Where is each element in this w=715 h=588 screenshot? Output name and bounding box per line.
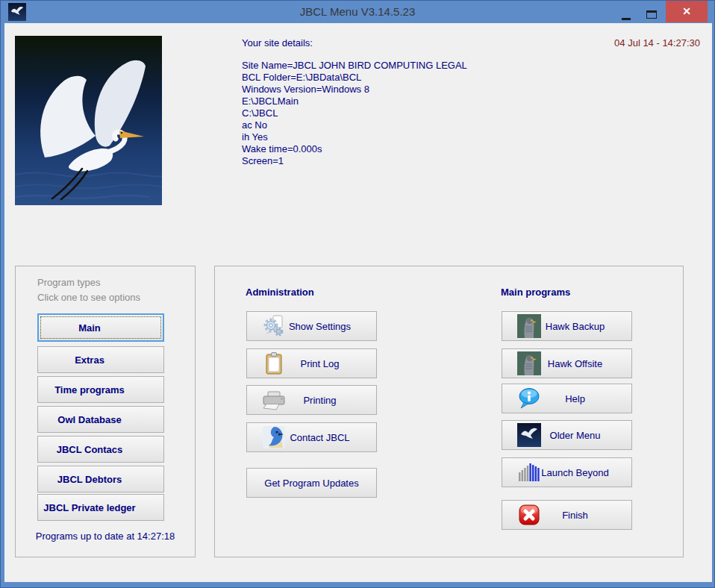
programs-up-to-date-status: Programs up to date at 14:27:18 <box>16 531 195 542</box>
button-label: Get Program Updates <box>264 478 358 489</box>
bird-mail-icon <box>262 425 286 449</box>
program-types-panel: Program types Click one to see options M… <box>15 266 196 557</box>
older-menu-button[interactable]: Older Menu <box>502 420 632 450</box>
minimize-button[interactable] <box>616 1 637 22</box>
site-details-line: ac No <box>242 119 467 131</box>
button-label: JBCL Private ledger <box>38 502 163 513</box>
button-label: Owl Database <box>38 414 163 425</box>
red-x-icon <box>517 503 541 527</box>
site-details-line: Screen=1 <box>242 155 467 167</box>
maximize-icon <box>646 10 657 19</box>
hawk-backup-button[interactable]: Hawk Backup <box>502 311 632 341</box>
help-balloon-icon <box>517 387 541 410</box>
program-type-button-jbcl-private-ledger[interactable]: JBCL Private ledger <box>37 494 164 521</box>
site-details-line: E:\JBCLMain <box>242 96 467 107</box>
button-label: Show Settings <box>286 321 376 332</box>
print-log-button[interactable]: Print Log <box>246 348 377 378</box>
main-programs-header: Main programs <box>501 287 570 298</box>
program-type-button-jbcl-contacs[interactable]: JBCL Contacs <box>37 436 164 463</box>
site-details-line: Wake time=0.000s <box>242 143 467 155</box>
client-area: Your site details: Site Name=JBCL JOHN B… <box>4 23 712 582</box>
program-type-button-extras[interactable]: Extras <box>37 346 164 373</box>
program-type-button-time-programs[interactable]: Time programs <box>37 376 164 403</box>
show-settings-button[interactable]: Show Settings <box>246 311 377 341</box>
button-label: Hawk Backup <box>541 321 631 332</box>
site-details-line: ih Yes <box>242 131 467 143</box>
launch-beyond-button[interactable]: Launch Beyond <box>502 457 632 487</box>
button-label: Help <box>541 393 631 404</box>
finish-button[interactable]: Finish <box>502 500 632 530</box>
site-details: Your site details: Site Name=JBCL JOHN B… <box>242 37 467 167</box>
close-icon: ✕ <box>682 5 691 17</box>
printer-icon <box>262 388 286 412</box>
contact-jbcl-button[interactable]: Contact JBCL <box>246 422 377 452</box>
button-label: Printing <box>286 395 376 406</box>
button-label: Hawk Offsite <box>541 358 631 369</box>
minimize-icon <box>622 18 631 20</box>
maximize-button[interactable] <box>641 1 662 22</box>
program-types-title: Program types <box>37 277 101 288</box>
program-type-button-main[interactable]: Main <box>37 313 164 342</box>
button-label: Main <box>39 322 163 334</box>
get-program-updates-button[interactable]: Get Program Updates <box>246 468 377 498</box>
window-title: JBCL Menu V3.14.5.23 <box>1 1 714 23</box>
button-label: JBCL Debtors <box>38 474 163 485</box>
night-bird-icon <box>517 423 541 447</box>
site-details-line: Windows Version=Windows 8 <box>242 84 467 96</box>
hawk-photo-icon <box>517 351 541 375</box>
help-button[interactable]: Help <box>502 384 632 413</box>
site-details-line: Site Name=JBCL JOHN BIRD COMPUTING LEGAL <box>242 60 467 72</box>
gear-icon <box>262 314 286 338</box>
button-label: Contact JBCL <box>286 432 376 443</box>
button-label: Older Menu <box>541 430 631 441</box>
button-label: Launch Beyond <box>541 467 631 478</box>
hawk-photo-icon <box>517 314 541 338</box>
bars-icon <box>517 460 541 484</box>
close-button[interactable]: ✕ <box>666 1 708 22</box>
printing-button[interactable]: Printing <box>246 385 377 415</box>
titlebar[interactable]: JBCL Menu V3.14.5.23 ✕ <box>1 1 714 23</box>
button-label: Print Log <box>286 358 376 369</box>
site-details-title: Your site details: <box>242 37 467 49</box>
hawk-offsite-button[interactable]: Hawk Offsite <box>502 348 632 378</box>
program-type-button-owl-database[interactable]: Owl Database <box>37 406 164 433</box>
options-panel: Administration Show Settings <box>214 266 684 557</box>
button-label: Time programs <box>38 384 163 395</box>
button-label: Finish <box>541 510 631 521</box>
button-label: Extras <box>38 354 163 366</box>
app-window: JBCL Menu V3.14.5.23 ✕ <box>0 0 715 588</box>
program-types-subtitle: Click one to see options <box>37 292 140 303</box>
administration-header: Administration <box>246 287 314 298</box>
datetime-label: 04 Jul 14 - 14:27:30 <box>614 37 700 49</box>
site-details-line: BCL Folder=E:\JBData\BCL <box>242 72 467 84</box>
site-details-line: C:\JBCL <box>242 107 467 119</box>
button-label: JBCL Contacs <box>38 444 163 455</box>
egret-photo <box>15 36 162 205</box>
clipboard-icon <box>262 351 286 375</box>
program-type-button-jbcl-debtors[interactable]: JBCL Debtors <box>37 466 164 492</box>
